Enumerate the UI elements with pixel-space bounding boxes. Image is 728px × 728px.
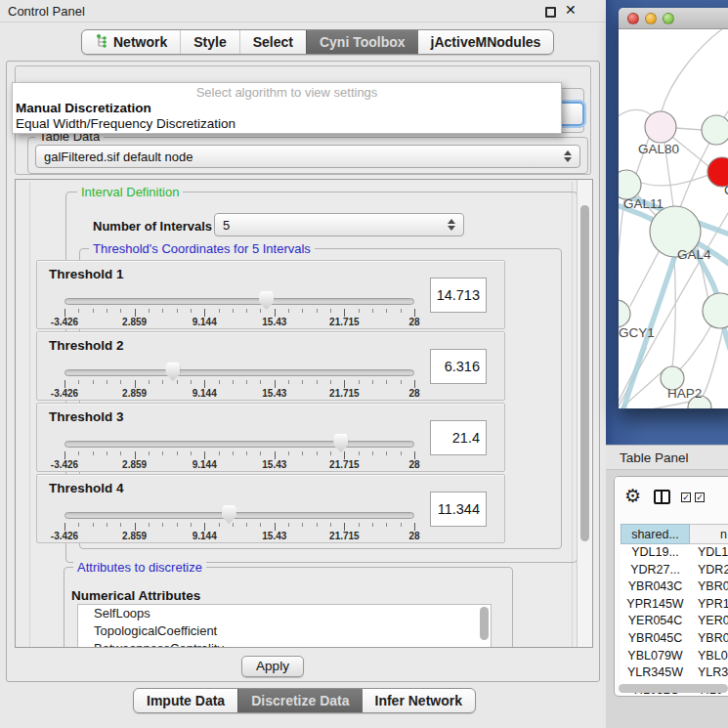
network-edge[interactable]: [702, 328, 723, 398]
slider-thumb[interactable]: [222, 505, 236, 524]
table-panel-title: Table Panel: [620, 450, 689, 465]
scrollbar-thumb[interactable]: [580, 205, 589, 541]
close-icon[interactable]: ✕: [565, 2, 577, 18]
tab-label: jActiveMNodules: [431, 34, 541, 50]
network-edge[interactable]: [641, 175, 708, 186]
list-scrollbar[interactable]: [480, 607, 489, 640]
cell-name: YDL1: [690, 544, 728, 562]
network-node[interactable]: [703, 293, 728, 328]
dropdown-option-equal-width[interactable]: Equal Width/Frequency Discretization: [13, 116, 561, 132]
attribute-list-item[interactable]: TopologicalCoefficient: [78, 622, 491, 640]
number-of-intervals-dropdown[interactable]: 5: [214, 213, 464, 236]
attribute-list-item[interactable]: SelfLoops: [78, 605, 491, 622]
table-row[interactable]: YBL079WYBL0: [621, 648, 728, 665]
network-node-label: HAP2: [667, 386, 702, 401]
network-edge-thick[interactable]: [724, 328, 728, 377]
tab-label: Discretize Data: [251, 693, 349, 708]
mac-zoom-icon[interactable]: [663, 13, 674, 24]
slider-thumb[interactable]: [333, 434, 348, 452]
cell-shared-name: YLR345W: [621, 664, 690, 682]
threshold-value-field[interactable]: 6.316: [430, 349, 487, 384]
cell-name: YBR0: [690, 630, 728, 648]
tab-discretize-data[interactable]: Discretize Data: [237, 689, 362, 712]
node-table: shared... n YDL19...YDL1YDR27...YDR2YBR0…: [621, 524, 728, 697]
table-row[interactable]: YLR345WYLR3: [621, 664, 728, 682]
network-node[interactable]: [619, 300, 630, 327]
threshold-label: Threshold 3: [49, 409, 124, 424]
vertical-scrollbar[interactable]: [577, 180, 592, 647]
table-rows: YDL19...YDL1YDR27...YDR2YBR043CYBR0YPR14…: [621, 544, 728, 697]
number-of-intervals-label: Number of Intervals: [93, 219, 212, 234]
dropdown-arrows-icon: [564, 150, 572, 162]
slider-thumb[interactable]: [259, 291, 274, 310]
column-header-name[interactable]: n: [690, 524, 728, 544]
table-row[interactable]: YDL19...YDL1: [621, 544, 728, 562]
network-node[interactable]: [645, 111, 676, 143]
network-edge[interactable]: [662, 29, 728, 111]
tab-infer-network[interactable]: Infer Network: [363, 689, 475, 712]
cell-name: YDR2: [690, 562, 728, 579]
tab-network[interactable]: Network: [82, 30, 180, 54]
table-data-dropdown[interactable]: galFiltered.sif default node: [35, 145, 580, 168]
apply-button[interactable]: Apply: [241, 656, 304, 677]
network-view-window: GAL80G.CGAL11GAL4GCY1HHAP2: [619, 8, 728, 408]
cyni-toolbox-panel: Discretization Algorithm Table Data galF…: [6, 61, 600, 682]
network-edge[interactable]: [619, 401, 695, 408]
slider-track[interactable]: [64, 441, 414, 448]
threshold-panel-1: Threshold 1-3.4262.8599.14415.4321.71528…: [36, 260, 505, 329]
algorithm-dropdown-popup: Select algorithm to view settings Manual…: [12, 82, 562, 134]
slider-tick-labels: -3.4262.8599.14415.4321.71528: [64, 317, 414, 327]
threshold-panel-3: Threshold 3-3.4262.8599.14415.4321.71528…: [36, 403, 505, 472]
table-row[interactable]: YPR145WYPR1: [621, 596, 728, 614]
checkbox-icon[interactable]: ✓: [681, 492, 691, 502]
network-node-label: GCY1: [619, 325, 655, 340]
cell-shared-name: YBR043C: [621, 578, 690, 596]
float-window-icon[interactable]: [545, 7, 556, 18]
network-canvas[interactable]: GAL80G.CGAL11GAL4GCY1HHAP2: [619, 29, 728, 408]
tab-label: Select: [253, 34, 293, 50]
checkbox-icon[interactable]: ✓: [695, 492, 705, 502]
tab-label: Cyni Toolbox: [320, 34, 406, 50]
network-edge[interactable]: [679, 325, 711, 370]
table-row[interactable]: YDR27...YDR2: [621, 562, 728, 579]
slider-tick-labels: -3.4262.8599.14415.4321.71528: [64, 459, 414, 470]
tab-jactivemnodules[interactable]: jActiveMNodules: [418, 30, 554, 54]
threshold-value-field[interactable]: 11.344: [430, 492, 487, 527]
mac-close-icon[interactable]: [627, 13, 639, 24]
network-edge[interactable]: [619, 199, 624, 300]
slider-track[interactable]: [64, 298, 414, 305]
tab-style[interactable]: Style: [180, 30, 238, 54]
slider-tick-labels: -3.4262.8599.14415.4321.71528: [64, 531, 414, 541]
table-row[interactable]: YBR043CYBR0: [621, 578, 728, 596]
slider-track[interactable]: [64, 512, 414, 519]
tab-cyni-toolbox[interactable]: Cyni Toolbox: [306, 30, 418, 54]
split-view-icon[interactable]: [654, 490, 670, 504]
column-header-shared[interactable]: shared...: [621, 524, 690, 544]
slider-thumb[interactable]: [165, 363, 180, 381]
numerical-attributes-list[interactable]: SelfLoopsTopologicalCoefficientBetweenne…: [77, 604, 492, 648]
table-row[interactable]: YER054CYER0: [621, 613, 728, 630]
dropdown-arrows-icon: [448, 219, 455, 231]
network-edge[interactable]: [672, 257, 675, 366]
table-row[interactable]: YBR045CYBR0: [621, 630, 728, 648]
attributes-group-title: Attributes to discretize: [73, 560, 206, 575]
table-card: ⚙ ✓ ✓ shared... n YDL19...YDL1YDR27...YD…: [614, 476, 728, 697]
tab-label: Impute Data: [147, 693, 225, 708]
network-node[interactable]: [702, 115, 728, 145]
slider-tick-labels: -3.4262.8599.14415.4321.71528: [64, 388, 414, 399]
gear-icon[interactable]: ⚙: [624, 487, 641, 506]
mac-minimize-icon[interactable]: [645, 13, 657, 24]
dropdown-option-manual-discretization[interactable]: Manual Discretization: [13, 101, 561, 116]
horizontal-scrollbar[interactable]: [619, 684, 728, 693]
slider-track[interactable]: [64, 369, 414, 376]
network-edge[interactable]: [630, 246, 662, 306]
control-panel-titlebar: Control Panel ✕: [0, 0, 606, 22]
threshold-value-field[interactable]: 14.713: [430, 278, 487, 313]
threshold-value-field[interactable]: 21.4: [430, 420, 487, 455]
network-edge[interactable]: [675, 128, 703, 130]
attribute-list-item[interactable]: BetweennessCentrality: [78, 640, 491, 648]
settings-scroll-panel: Interval Definition Number of Intervals …: [15, 179, 593, 648]
tab-select[interactable]: Select: [239, 30, 306, 54]
network-node[interactable]: [619, 170, 641, 199]
tab-impute-data[interactable]: Impute Data: [134, 689, 237, 712]
